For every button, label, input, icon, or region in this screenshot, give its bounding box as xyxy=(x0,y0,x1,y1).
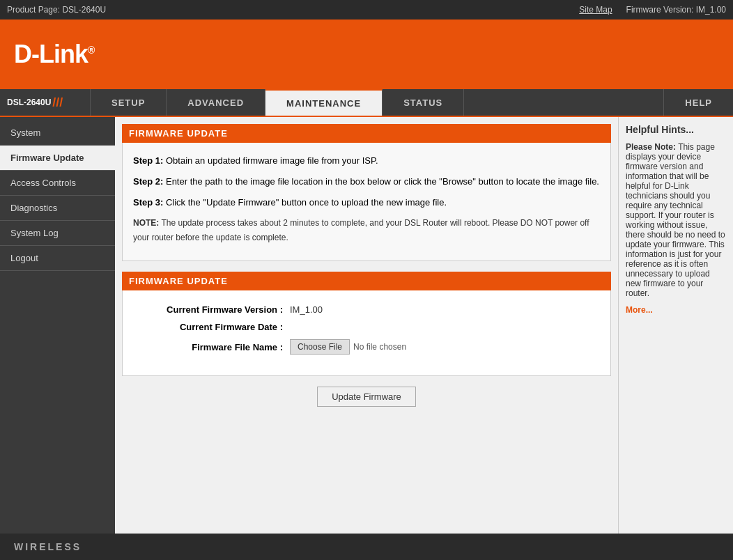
firmware-file-row: Firmware File Name : Choose File No file… xyxy=(137,339,596,355)
tab-setup[interactable]: SETUP xyxy=(91,89,167,116)
footer-text: WIRELESS xyxy=(14,541,82,552)
firmware-form-box: Current Firmware Version : IM_1.00 Curre… xyxy=(122,290,611,376)
tab-maintenance[interactable]: MAINTENANCE xyxy=(265,89,383,116)
note-label: NOTE: xyxy=(133,218,159,228)
firmware-version-form-label: Current Firmware Version : xyxy=(137,304,290,315)
help-content: Please Note: This page displays your dev… xyxy=(626,142,726,298)
step1-paragraph: Step 1: Obtain an updated firmware image… xyxy=(133,153,600,169)
step1-label: Step 1: xyxy=(133,155,163,166)
sidebar-item-system[interactable]: System xyxy=(0,120,115,146)
firmware-date-row: Current Firmware Date : xyxy=(137,322,596,332)
sitemap-link[interactable]: Site Map xyxy=(579,5,612,15)
main-layout: System Firmware Update Access Controls D… xyxy=(0,117,733,534)
firmware-version-row: Current Firmware Version : IM_1.00 xyxy=(137,304,596,315)
update-button-area: Update Firmware xyxy=(122,387,611,407)
note-paragraph: NOTE: The update process takes about 2 m… xyxy=(133,216,600,244)
help-panel: Helpful Hints... Please Note: This page … xyxy=(618,117,733,534)
device-badge-text: DSL-2640U xyxy=(7,98,51,107)
no-file-text: No file chosen xyxy=(353,342,406,352)
product-label: Product Page: DSL-2640U xyxy=(7,5,106,15)
logo-sup: ® xyxy=(88,45,94,56)
firmware-version-label: Firmware Version: IM_1.00 xyxy=(626,5,726,15)
content-area: FIRMWARE UPDATE Step 1: Obtain an update… xyxy=(115,117,618,534)
sidebar-item-firmware-update[interactable]: Firmware Update xyxy=(0,146,115,171)
device-badge: DSL-2640U /// xyxy=(0,89,91,116)
step3-text: Click the "Update Firmware" button once … xyxy=(163,197,447,208)
file-input-wrapper: Choose File No file chosen xyxy=(290,339,406,355)
dlink-logo: D-Link® xyxy=(14,40,94,69)
step3-label: Step 3: xyxy=(133,197,163,208)
tab-help[interactable]: HELP xyxy=(663,89,733,116)
section2-header: FIRMWARE UPDATE xyxy=(122,272,611,290)
step2-paragraph: Step 2: Enter the path to the image file… xyxy=(133,174,600,189)
firmware-version-value: IM_1.00 xyxy=(290,304,323,315)
step2-text: Enter the path to the image file locatio… xyxy=(163,176,599,187)
firmware-file-label: Firmware File Name : xyxy=(137,342,290,352)
sidebar-item-diagnostics[interactable]: Diagnostics xyxy=(0,196,115,221)
update-firmware-button[interactable]: Update Firmware xyxy=(317,387,416,407)
section1-header: FIRMWARE UPDATE xyxy=(122,124,611,143)
header: D-Link® xyxy=(0,20,733,89)
help-note-label: Please Note: xyxy=(626,142,676,152)
tab-advanced[interactable]: ADVANCED xyxy=(167,89,265,116)
help-note-text: This page displays your device firmware … xyxy=(626,142,725,298)
step2-label: Step 2: xyxy=(133,176,163,187)
help-title: Helpful Hints... xyxy=(626,124,726,135)
sidebar: System Firmware Update Access Controls D… xyxy=(0,117,115,534)
info-box: Step 1: Obtain an updated firmware image… xyxy=(122,143,611,261)
step1-text: Obtain an updated firmware image file fr… xyxy=(163,155,378,166)
nav-tabs: DSL-2640U /// SETUP ADVANCED MAINTENANCE… xyxy=(0,89,733,117)
top-bar: Product Page: DSL-2640U Site Map Firmwar… xyxy=(0,0,733,20)
slash-decoration: /// xyxy=(52,95,63,110)
sidebar-item-access-controls[interactable]: Access Controls xyxy=(0,171,115,196)
tab-status[interactable]: STATUS xyxy=(383,89,464,116)
footer: WIRELESS xyxy=(0,534,733,560)
firmware-date-label: Current Firmware Date : xyxy=(137,322,290,332)
note-text: The update process takes about 2 minutes… xyxy=(133,218,589,242)
step3-paragraph: Step 3: Click the "Update Firmware" butt… xyxy=(133,195,600,210)
top-bar-right: Site Map Firmware Version: IM_1.00 xyxy=(579,5,726,15)
more-link[interactable]: More... xyxy=(626,305,726,315)
choose-file-button[interactable]: Choose File xyxy=(290,339,350,355)
sidebar-item-system-log[interactable]: System Log xyxy=(0,221,115,246)
sidebar-item-logout[interactable]: Logout xyxy=(0,246,115,271)
